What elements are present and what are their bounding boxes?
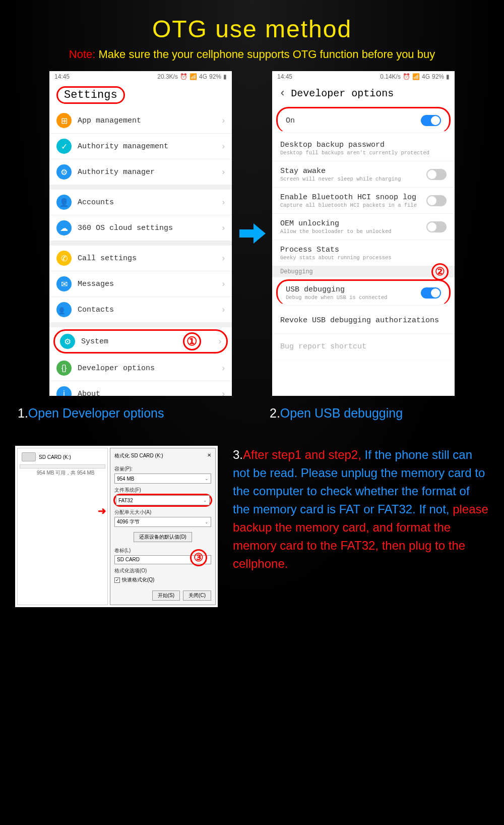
- dev-subtitle: Geeky stats about running processes: [280, 255, 447, 261]
- dev-option-row[interactable]: Process StatsGeeky stats about running p…: [272, 240, 455, 266]
- drive-icon: [22, 452, 36, 461]
- close-button[interactable]: 关闭(C): [183, 591, 211, 601]
- alloc-label: 分配单元大小(A): [114, 509, 211, 516]
- format-dialog: 格式化 SD CARD (K:) ✕ 容量(P): 954 MB⌄ 文件系统(F…: [110, 448, 216, 605]
- chevron-right-icon: ›: [222, 198, 225, 207]
- quick-format-label: 快速格式化(Q): [122, 576, 154, 583]
- caption-1: 1.Open Developer options: [18, 406, 234, 421]
- instr-red-1: After step1 and step2,: [243, 448, 361, 461]
- settings-item[interactable]: ☁360 OS cloud settings›: [49, 215, 232, 241]
- dev-title: Enable Bluetooth HCI snoop log: [280, 193, 426, 202]
- debugging-label: Debugging: [280, 268, 313, 275]
- dev-option-row[interactable]: OEM unlockingAllow the bootloader to be …: [272, 214, 455, 240]
- status-time: 14:45: [54, 73, 70, 80]
- master-toggle-row[interactable]: On: [276, 107, 451, 133]
- revoke-row[interactable]: Revoke USB debugging authorizations: [272, 308, 455, 334]
- settings-item[interactable]: 👤Accounts›: [49, 190, 232, 215]
- close-icon[interactable]: ✕: [207, 452, 211, 459]
- developer-header[interactable]: ‹ Developer options: [272, 82, 455, 105]
- status-bar: 14:45 0.14K/s ⏰ 📶 4G 92% ▮: [272, 71, 455, 82]
- step-badge-2: ②: [431, 263, 449, 280]
- dev-subtitle: Screen will never sleep while charging: [280, 176, 426, 182]
- settings-item[interactable]: ⚙Authority manager›: [49, 159, 232, 185]
- dev-subtitle: Desktop full backups aren't currently pr…: [280, 150, 447, 156]
- on-label: On: [286, 116, 421, 125]
- revoke-title: Revoke USB debugging authorizations: [280, 316, 447, 325]
- item-icon: ☁: [56, 220, 72, 235]
- dev-title: Stay awake: [280, 167, 426, 175]
- item-label: About: [78, 390, 222, 396]
- dev-title: Process Stats: [280, 246, 447, 254]
- item-label: Accounts: [78, 198, 222, 207]
- usb-debugging-row[interactable]: USB debugging Debug mode when USB is con…: [276, 279, 451, 306]
- step-badge-1: ①: [183, 332, 201, 350]
- dev-option-row[interactable]: Desktop backup passwordDesktop full back…: [272, 135, 455, 161]
- toggle[interactable]: [426, 169, 447, 180]
- capacity-select[interactable]: 954 MB⌄: [114, 474, 211, 484]
- bugreport-title: Bug report shortcut: [280, 342, 447, 351]
- phone-developer-options: 14:45 0.14K/s ⏰ 📶 4G 92% ▮ ‹ Developer o…: [272, 71, 455, 396]
- arrow-icon: [239, 223, 265, 244]
- usb-debugging-sub: Debug mode when USB is connected: [286, 294, 421, 301]
- settings-item[interactable]: ⚙System①›: [53, 329, 228, 353]
- dev-option-row[interactable]: Stay awakeScreen will never sleep while …: [272, 161, 455, 188]
- dialog-title: 格式化 SD CARD (K:): [114, 452, 163, 459]
- settings-item[interactable]: iAbout›: [49, 381, 232, 396]
- settings-item[interactable]: ✉Messages›: [49, 271, 232, 297]
- settings-item[interactable]: {}Developer options›: [49, 356, 232, 381]
- alarm-icon: ⏰: [180, 73, 187, 80]
- caption-2-text: Open USB debugging: [280, 406, 403, 420]
- back-icon[interactable]: ‹: [279, 87, 286, 100]
- settings-title-highlighted: Settings: [56, 86, 125, 104]
- chevron-right-icon: ›: [222, 279, 225, 288]
- settings-item[interactable]: ✆Call settings›: [49, 246, 232, 271]
- drive-usage-bar: [20, 464, 105, 468]
- dev-option-row[interactable]: Enable Bluetooth HCI snoop logCapture al…: [272, 188, 455, 214]
- caption-2: 2.Open USB debugging: [270, 406, 486, 421]
- status-time: 14:45: [277, 73, 292, 80]
- phone-settings: 14:45 20.3K/s ⏰ 📶 4G 92% ▮ Settings ⊞App…: [49, 71, 232, 396]
- chevron-down-icon: ⌄: [203, 498, 207, 503]
- caption-1-text: Open Developer options: [28, 406, 164, 420]
- chevron-down-icon: ⌄: [205, 476, 209, 481]
- bugreport-row[interactable]: Bug report shortcut: [272, 334, 455, 360]
- status-net: 4G: [199, 73, 207, 80]
- settings-item[interactable]: 👥Contacts›: [49, 297, 232, 322]
- item-icon: ✉: [56, 276, 72, 291]
- item-label: App management: [78, 116, 222, 125]
- note-text: Make sure the your cellphone supports OT…: [95, 48, 435, 61]
- signal-icon: 📶: [190, 73, 197, 80]
- toggle[interactable]: [426, 195, 447, 206]
- step-badge-3: ③: [190, 549, 207, 566]
- settings-item[interactable]: ⊞App management›: [49, 108, 232, 134]
- filesystem-label: 文件系统(F): [114, 487, 211, 494]
- alloc-select[interactable]: 4096 字节⌄: [114, 517, 211, 527]
- item-icon: 👥: [56, 302, 72, 317]
- dev-title: Desktop backup password: [280, 141, 447, 149]
- chevron-right-icon: ›: [222, 389, 225, 396]
- usb-debugging-title: USB debugging: [286, 285, 421, 294]
- chevron-right-icon: ›: [219, 337, 221, 346]
- filesystem-value: FAT32: [118, 498, 133, 503]
- item-label: Developer options: [78, 364, 222, 373]
- start-button[interactable]: 开始(S): [152, 591, 180, 601]
- item-icon: ⊞: [56, 113, 72, 128]
- item-icon: ⚙: [60, 334, 75, 349]
- note-line: Note: Make sure the your cellphone suppo…: [0, 48, 504, 61]
- chevron-right-icon: ›: [222, 116, 225, 125]
- note-label: Note:: [69, 48, 96, 61]
- master-toggle[interactable]: [421, 115, 441, 126]
- usb-debugging-toggle[interactable]: [421, 287, 441, 299]
- caption-2-num: 2.: [270, 406, 280, 420]
- item-label: 360 OS cloud settings: [78, 224, 222, 232]
- dev-subtitle: Capture all bluetooth HCI packets in a f…: [280, 202, 426, 208]
- filesystem-select[interactable]: FAT32⌄: [116, 495, 210, 505]
- status-bar: 14:45 20.3K/s ⏰ 📶 4G 92% ▮: [49, 71, 232, 82]
- explorer-pane: SD CARD (K:) 954 MB 可用，共 954 MB: [17, 448, 108, 605]
- settings-item[interactable]: ✓Authority management›: [49, 134, 232, 159]
- status-battery: 92%: [209, 73, 221, 80]
- toggle[interactable]: [426, 221, 447, 232]
- quick-format-checkbox[interactable]: ✓: [114, 577, 120, 583]
- restore-defaults-button[interactable]: 还原设备的默认值(D): [134, 532, 192, 542]
- item-label: Messages: [78, 280, 222, 288]
